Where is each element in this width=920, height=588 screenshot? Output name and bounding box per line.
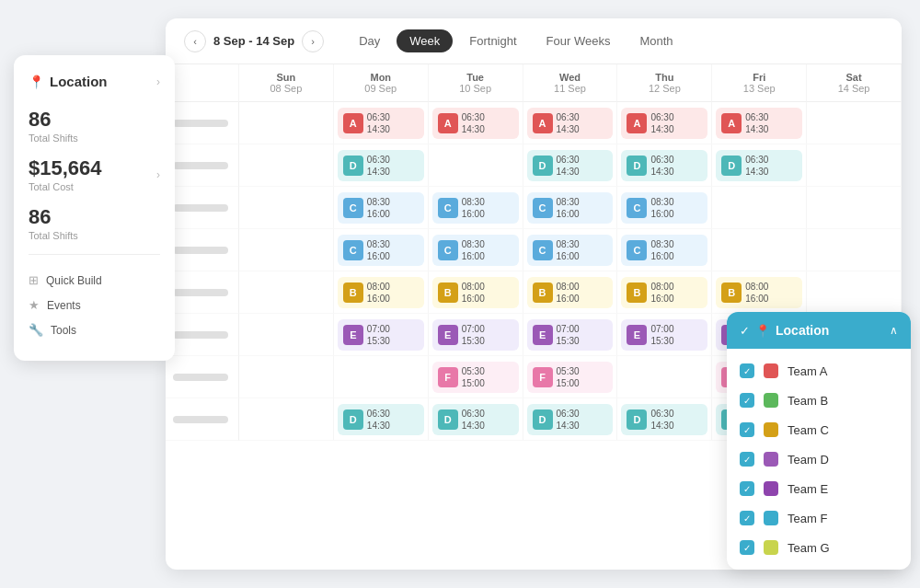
sidebar-divider [29, 254, 160, 255]
team-g-color [764, 540, 778, 555]
cell-fri-5[interactable]: B 08:0016:00 [712, 271, 807, 314]
cell-sun-3 [239, 187, 334, 229]
dropdown-header[interactable]: ✓ 📍 Location ∧ [727, 312, 911, 349]
cell-tue-7[interactable]: F 05:3015:00 [429, 356, 523, 398]
cell-mon-5[interactable]: B 08:0016:00 [334, 271, 429, 314]
team-item-c[interactable]: Team C [727, 415, 911, 444]
team-item-b[interactable]: Team B [727, 386, 911, 415]
cell-thu-4[interactable]: C 08:3016:00 [617, 229, 712, 271]
events-menu-item[interactable]: ★ Events [29, 293, 160, 317]
tab-week[interactable]: Week [397, 29, 453, 52]
row-label-3 [166, 187, 239, 229]
cell-thu-2[interactable]: D 06:3014:30 [617, 144, 712, 187]
cell-fri-2[interactable]: D 06:3014:30 [712, 144, 807, 187]
cell-wed-1[interactable]: A 06:3014:30 [523, 102, 618, 144]
row-label-5 [166, 271, 239, 314]
dropdown-location-pin-icon: 📍 [755, 324, 770, 338]
team-item-e[interactable]: Team E [727, 474, 911, 503]
cell-tue-5[interactable]: B 08:0016:00 [429, 271, 523, 314]
cell-mon-6[interactable]: E 07:0015:30 [334, 314, 429, 356]
total-shifts-block-1: 86 Total Shifts [29, 108, 160, 144]
cell-wed-7[interactable]: F 05:3015:00 [523, 356, 618, 398]
tab-month[interactable]: Month [627, 29, 685, 52]
cell-sun-1 [239, 102, 334, 144]
location-pin-icon: 📍 [29, 75, 44, 89]
cell-mon-2[interactable]: D 06:3014:30 [334, 144, 429, 187]
row-label-bar-2 [173, 162, 228, 169]
team-g-checkbox[interactable] [740, 540, 754, 555]
cell-tue-1[interactable]: A 06:3014:30 [429, 102, 523, 144]
team-b-label: Team B [788, 394, 828, 408]
cell-sat-5 [807, 271, 902, 314]
team-e-label: Team E [788, 482, 828, 496]
team-item-g[interactable]: Team G [727, 533, 911, 562]
cell-sun-2 [239, 144, 334, 187]
row-label-bar-8 [173, 416, 228, 423]
cell-fri-1[interactable]: A 06:3014:30 [712, 102, 807, 144]
tab-four-weeks[interactable]: Four Weeks [534, 29, 624, 52]
cell-tue-6[interactable]: E 07:0015:30 [429, 314, 523, 356]
cell-tue-4[interactable]: C 08:3016:00 [429, 229, 523, 271]
team-e-checkbox[interactable] [740, 481, 754, 496]
tab-day[interactable]: Day [346, 29, 393, 52]
cell-thu-5[interactable]: B 08:0016:00 [617, 271, 712, 314]
team-c-checkbox[interactable] [740, 422, 754, 437]
cell-wed-3[interactable]: C 08:3016:00 [523, 187, 618, 229]
team-b-color [764, 393, 778, 408]
dropdown-chevron-icon[interactable]: ∧ [890, 324, 898, 337]
row-label-bar-4 [173, 247, 228, 254]
events-icon: ★ [29, 298, 40, 312]
total-shifts-label-2: Total Shifts [29, 230, 160, 241]
prev-week-button[interactable]: ‹ [184, 30, 206, 52]
cell-mon-8[interactable]: D 06:3014:30 [334, 398, 429, 441]
location-title[interactable]: 📍 Location [29, 74, 108, 89]
team-f-checkbox[interactable] [740, 511, 754, 525]
cell-mon-1[interactable]: A 06:3014:30 [334, 102, 429, 144]
header-wed: Wed 11 Sep [523, 64, 618, 102]
team-a-checkbox[interactable] [740, 363, 754, 378]
tools-icon: 🔧 [29, 323, 43, 337]
team-item-d[interactable]: Team D [727, 444, 911, 474]
team-d-checkbox[interactable] [740, 452, 754, 467]
cell-sat-1 [807, 102, 902, 144]
header-thu: Thu 12 Sep [617, 64, 712, 102]
row-label-6 [166, 314, 239, 356]
quick-build-icon: ⊞ [29, 273, 39, 287]
cell-mon-3[interactable]: C 08:3016:00 [334, 187, 429, 229]
cell-sun-7 [239, 356, 334, 398]
cell-thu-8[interactable]: D 06:3014:30 [617, 398, 712, 441]
header-fri: Fri 13 Sep [712, 64, 807, 102]
location-expand-icon[interactable]: › [156, 75, 160, 88]
total-cost-value: $15,664 [29, 156, 102, 180]
team-item-f[interactable]: Team F [727, 503, 911, 533]
cell-tue-8[interactable]: D 06:3014:30 [429, 398, 523, 441]
team-c-color [764, 422, 778, 437]
cell-thu-6[interactable]: E 07:0015:30 [617, 314, 712, 356]
team-a-label: Team A [788, 364, 827, 378]
cell-thu-3[interactable]: C 08:3016:00 [617, 187, 712, 229]
cell-wed-4[interactable]: C 08:3016:00 [523, 229, 618, 271]
team-e-color [764, 481, 778, 496]
cell-thu-1[interactable]: A 06:3014:30 [617, 102, 712, 144]
total-cost-label: Total Cost [29, 181, 102, 192]
cell-wed-2[interactable]: D 06:3014:30 [523, 144, 618, 187]
quick-build-menu-item[interactable]: ⊞ Quick Build [29, 268, 160, 293]
tools-menu-item[interactable]: 🔧 Tools [29, 317, 160, 342]
tools-label: Tools [51, 324, 76, 337]
cell-mon-4[interactable]: C 08:3016:00 [334, 229, 429, 271]
total-cost-block[interactable]: $15,664 Total Cost › [29, 156, 160, 192]
team-item-a[interactable]: Team A [727, 356, 911, 386]
cell-wed-5[interactable]: B 08:0016:00 [523, 271, 618, 314]
cell-wed-6[interactable]: E 07:0015:30 [523, 314, 618, 356]
cell-tue-3[interactable]: C 08:3016:00 [429, 187, 523, 229]
row-label-bar-1 [173, 120, 228, 127]
cell-sun-5 [239, 271, 334, 314]
next-week-button[interactable]: › [302, 30, 324, 52]
header-tue: Tue 10 Sep [429, 64, 523, 102]
total-shifts-block-2: 86 Total Shifts [29, 205, 160, 241]
team-f-color [764, 511, 778, 525]
team-filter-dropdown: ✓ 📍 Location ∧ Team A Team B Team C Team… [727, 312, 911, 570]
team-b-checkbox[interactable] [740, 393, 754, 408]
cell-wed-8[interactable]: D 06:3014:30 [523, 398, 618, 441]
tab-fortnight[interactable]: Fortnight [456, 29, 529, 52]
